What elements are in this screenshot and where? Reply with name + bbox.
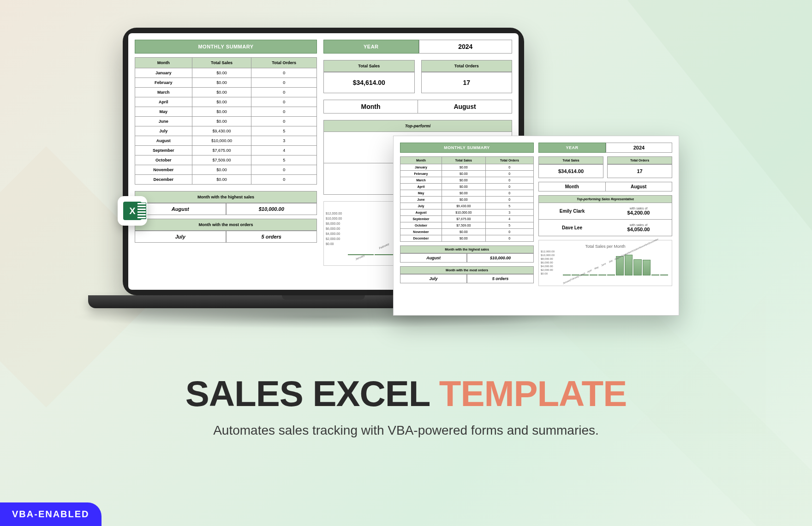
product-title: SALES EXCEL TEMPLATE Automates sales tra…: [0, 373, 812, 438]
table-row: February$0.000: [400, 171, 534, 177]
table-row: October$7,509.005: [400, 222, 534, 229]
most-orders-label: Month with the most orders: [135, 219, 317, 231]
card-chart-y-axis: $12,000.00$10,000.00$8,000.00$6,000.00$4…: [541, 250, 555, 275]
table-row: October$7,509.005: [135, 155, 317, 165]
total-orders-label: Total Orders: [421, 60, 513, 72]
table-row: June$0.000: [400, 197, 534, 203]
highest-value: $10,000.00: [226, 203, 317, 215]
table-row: November$0.000: [400, 229, 534, 235]
top-rep-header: Top-performi: [323, 120, 512, 132]
table-row: July$9,430.005: [135, 126, 317, 136]
card-highest-label: Month with the highest sales: [400, 245, 534, 253]
card-most-orders-label: Month with the most orders: [400, 266, 534, 274]
vba-enabled-badge: VBA-ENABLED: [0, 502, 102, 526]
table-row: March$0.000: [400, 177, 534, 184]
monthly-summary-header: MONTHLY SUMMARY: [135, 40, 317, 54]
year-value[interactable]: 2024: [419, 40, 513, 54]
col-orders: Total Orders: [251, 58, 317, 68]
card-top-rep-header: Top-performing Sales Representative: [538, 195, 672, 203]
table-row: December$0.000: [135, 175, 317, 185]
table-row: August$10,000.003: [400, 209, 534, 216]
highest-sales-label: Month with the highest sales: [135, 191, 317, 203]
highest-month: August: [135, 203, 226, 215]
floating-card: MONTHLY SUMMARY Month Total Sales Total …: [393, 136, 679, 316]
total-sales-value: $34,614.00: [323, 72, 415, 93]
total-orders-value: 17: [421, 72, 513, 93]
table-row: March$0.000: [135, 88, 317, 97]
summary-tbody: January$0.000February$0.000March$0.000Ap…: [135, 68, 317, 185]
table-row: February$0.000: [135, 78, 317, 88]
year-label: YEAR: [323, 40, 419, 54]
most-orders-month: July: [135, 231, 226, 243]
chart-y-axis: $12,000.00$10,000.00$8,000.00$6,000.00$4…: [326, 211, 342, 246]
most-orders-value: 5 orders: [226, 231, 317, 243]
subtitle: Automates sales tracking with VBA-powere…: [0, 423, 812, 438]
table-row: April$0.000: [135, 97, 317, 107]
month-label: Month: [324, 100, 418, 113]
total-sales-label: Total Sales: [323, 60, 415, 72]
table-row: July$9,430.005: [400, 203, 534, 209]
summary-table: Month Total Sales Total Orders January$0…: [135, 57, 317, 185]
card-summary-tbody: January$0.000February$0.000March$0.000Ap…: [400, 164, 534, 242]
month-value[interactable]: August: [418, 100, 512, 113]
table-row: May$0.000: [135, 107, 317, 117]
table-row: April$0.000: [400, 184, 534, 190]
title-part-1: SALES EXCEL: [185, 373, 439, 414]
table-row: November$0.000: [135, 165, 317, 175]
table-row: August$10,000.003: [135, 136, 317, 146]
card-sales-chart: Total Sales per Month $12,000.00$10,000.…: [538, 240, 672, 286]
table-row: January$0.000: [400, 164, 534, 171]
excel-icon-letter: X: [123, 202, 142, 220]
card-summary-table: Month Total Sales Total Orders January$0…: [400, 156, 534, 242]
card-chart-bars: [563, 251, 668, 275]
col-sales: Total Sales: [192, 58, 251, 68]
table-row: January$0.000: [135, 68, 317, 78]
title-part-2: TEMPLATE: [439, 373, 627, 414]
card-summary-header: MONTHLY SUMMARY: [400, 143, 534, 153]
table-row: September$7,675.004: [400, 216, 534, 222]
excel-app-icon: X: [118, 196, 147, 226]
table-row: December$0.000: [400, 235, 534, 242]
table-row: June$0.000: [135, 117, 317, 126]
col-month: Month: [135, 58, 192, 68]
table-row: May$0.000: [400, 190, 534, 197]
table-row: September$7,675.004: [135, 146, 317, 155]
